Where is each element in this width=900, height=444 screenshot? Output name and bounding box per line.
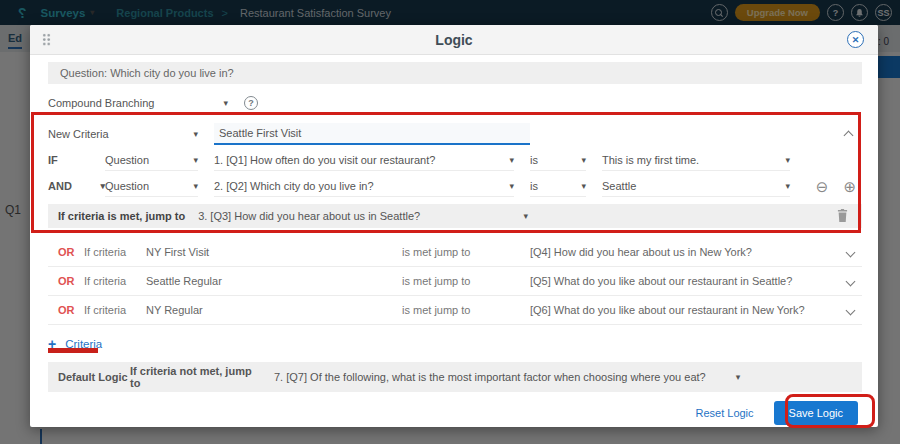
saved-criteria-row[interactable]: OR If criteria Seattle Regular is met ju… [48,267,862,296]
expand-criteria-button[interactable] [847,304,854,316]
default-logic-label: Default Logic [58,371,130,383]
plus-icon: + [48,336,56,352]
condition-prefix: IF [48,154,105,166]
modal-header: Logic ✕ [30,25,878,55]
delete-criteria-button[interactable] [837,209,848,224]
default-logic-row: Default Logic If criteria not met, jump … [48,362,862,392]
caret-down-icon: ▾ [193,181,198,191]
branching-help-icon[interactable]: ? [244,96,258,110]
criteria-name-input[interactable] [214,123,530,145]
met-jump-label: is met jump to [402,246,530,258]
condition-conjunction-dropdown[interactable]: AND ▾ [48,180,105,192]
add-criteria-label: Criteria [65,338,102,350]
saved-criteria-row[interactable]: OR If criteria NY First Visit is met jum… [48,238,862,267]
default-jump-dropdown[interactable]: 7. [Q7] Of the following, what is the mo… [252,371,740,383]
jump-to-question-value: 3. [Q3] How did you hear about us in Sea… [198,210,420,222]
condition-answer-dropdown[interactable]: This is my first time. ▾ [602,150,790,171]
condition-question-value: 2. [Q2] Which city do you live in? [214,180,374,192]
met-jump-label: is met jump to [402,304,530,316]
caret-down-icon: ▾ [509,181,514,191]
condition-conjunction-value: AND [48,180,72,192]
saved-criteria-list: OR If criteria NY First Visit is met jum… [48,238,862,325]
condition-row-if: IF Question ▾ 1. [Q1] How often do you v… [48,147,862,173]
chevron-down-icon [846,306,856,316]
condition-answer-dropdown[interactable]: Seattle ▾ [602,176,790,197]
if-criteria-label: If criteria [84,246,146,258]
criteria-editor: New Criteria ▾ IF Question ▾ 1. [Q1] How… [48,121,862,228]
condition-actions: ⊖ ⊕ [816,179,862,194]
condition-operator-dropdown[interactable]: is ▾ [530,176,586,197]
caret-down-icon: ▾ [581,181,586,191]
save-logic-button[interactable]: Save Logic [774,401,858,425]
criteria-name-row: New Criteria ▾ [48,121,862,147]
caret-down-icon: ▾ [509,155,514,165]
question-context-bar: Question: Which city do you live in? [48,62,862,84]
add-criteria-button[interactable]: + Criteria [48,336,862,352]
add-condition-icon[interactable]: ⊕ [843,179,856,194]
criteria-target-question: [Q6] What do you like about our restaura… [530,304,805,316]
logic-modal: Logic ✕ Question: Which city do you live… [30,25,878,427]
condition-question-value: 1. [Q1] How often do you visit our resta… [214,154,435,166]
met-jump-label: is met jump to [402,275,530,287]
branching-type-row: Compound Branching ▾ ? [48,91,862,115]
or-label: OR [58,246,84,258]
caret-down-icon: ▾ [193,155,198,165]
condition-row-and: AND ▾ Question ▾ 2. [Q2] Which city do y… [48,173,862,199]
condition-question-dropdown[interactable]: 1. [Q1] How often do you visit our resta… [214,150,514,171]
caret-down-icon: ▾ [785,181,790,191]
modal-body: Question: Which city do you live in? Com… [30,55,878,425]
or-label: OR [58,275,84,287]
if-criteria-label: If criteria [84,275,146,287]
condition-operator-value: is [530,180,538,192]
caret-down-icon: ▾ [785,155,790,165]
criteria-name: NY Regular [146,304,402,316]
screen: ? Surveys ▾ Regional Products > Restaura… [0,0,900,444]
branching-type-value: Compound Branching [48,97,154,109]
or-label: OR [58,304,84,316]
jump-to-label: If criteria is met, jump to [58,210,185,222]
condition-type-value: Question [105,180,149,192]
condition-type-value: Question [105,154,149,166]
criteria-target-question: [Q4] How did you hear about us in New Yo… [530,246,752,258]
condition-answer-value: This is my first time. [602,154,699,166]
expand-criteria-button[interactable] [847,275,854,287]
caret-down-icon: ▾ [581,155,586,165]
criteria-select-dropdown[interactable]: New Criteria ▾ [48,128,198,140]
criteria-target-question: [Q5] What do you like about our restaura… [530,275,792,287]
chevron-down-icon [846,248,856,258]
caret-down-icon: ▾ [223,98,228,108]
reset-logic-link[interactable]: Reset Logic [695,407,753,419]
condition-operator-value: is [530,154,538,166]
criteria-name: Seattle Regular [146,275,402,287]
modal-title: Logic [30,32,878,48]
expand-criteria-button[interactable] [847,246,854,258]
criteria-select-value: New Criteria [48,128,109,140]
chevron-up-icon [844,131,854,141]
criteria-name: NY First Visit [146,246,402,258]
condition-operator-dropdown[interactable]: is ▾ [530,150,586,171]
caret-down-icon: ▾ [736,372,741,382]
caret-down-icon: ▾ [193,129,198,139]
collapse-criteria-button[interactable] [845,125,852,143]
saved-criteria-row[interactable]: OR If criteria NY Regular is met jump to… [48,296,862,325]
condition-type-dropdown[interactable]: Question ▾ [105,176,198,197]
condition-answer-value: Seattle [602,180,636,192]
caret-down-icon: ▾ [524,211,529,221]
jump-to-question-dropdown[interactable]: 3. [Q3] How did you hear about us in Sea… [198,210,528,222]
if-criteria-label: If criteria [84,304,146,316]
condition-type-dropdown[interactable]: Question ▾ [105,150,198,171]
not-met-label: If criteria not met, jump to [130,365,252,389]
modal-footer: Reset Logic Save Logic [48,401,862,425]
default-jump-value: 7. [Q7] Of the following, what is the mo… [274,371,706,383]
chevron-down-icon [846,277,856,287]
jump-to-row: If criteria is met, jump to 3. [Q3] How … [48,204,862,228]
close-icon[interactable]: ✕ [847,31,864,48]
trash-icon [837,209,848,222]
branching-type-dropdown[interactable]: Compound Branching ▾ [48,97,228,109]
remove-condition-icon[interactable]: ⊖ [816,179,829,194]
condition-question-dropdown[interactable]: 2. [Q2] Which city do you live in? ▾ [214,176,514,197]
